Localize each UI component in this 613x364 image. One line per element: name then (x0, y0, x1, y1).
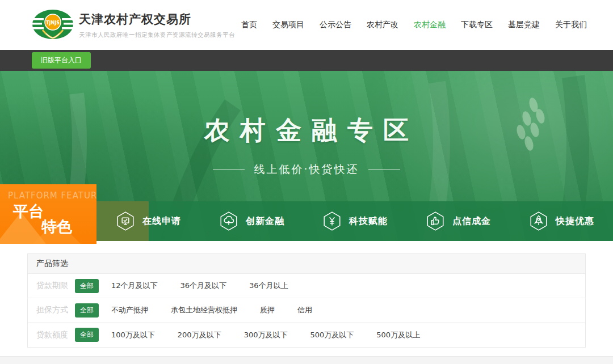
thumbs-up-icon (425, 211, 446, 231)
filter-option[interactable]: 信用 (297, 305, 312, 315)
nav-item-about[interactable]: 关于我们 (555, 20, 587, 30)
filter-row-label: 贷款额度 (36, 330, 75, 340)
site-header: TJNJS 天津农村产权交易所 天津市人民政府唯一指定集体资产资源流转交易服务平… (0, 0, 613, 50)
nav-item-announcements[interactable]: 公示公告 (320, 20, 351, 30)
filter-row-guarantee-type: 担保方式 全部 不动产抵押 承包土地经营权抵押 质押 信用 (28, 298, 585, 323)
filter-option[interactable]: 500万及以下 (310, 330, 354, 340)
filter-title: 产品筛选 (36, 259, 68, 269)
filter-option[interactable]: 500万及以上 (376, 330, 420, 340)
logo-monogram: TJNJS (46, 20, 60, 26)
filter-option[interactable]: 200万及以下 (178, 330, 221, 340)
filter-option[interactable]: 质押 (260, 305, 275, 315)
feature-label: 科技赋能 (349, 215, 388, 227)
site-title: 天津农村产权交易所 (79, 11, 235, 27)
cloud-arrow-icon (219, 211, 239, 231)
feature-strip: 在线申请 创新金融 科技赋能 (96, 201, 613, 241)
filter-option[interactable]: 12个月及以下 (111, 281, 158, 291)
feature-label: 在线申请 (142, 215, 181, 227)
product-filter-card: 产品筛选 贷款期限 全部 12个月及以下 36个月及以下 36个月以上 担保方式… (27, 253, 586, 348)
filter-section: 产品筛选 贷款期限 全部 12个月及以下 36个月及以下 36个月以上 担保方式… (0, 241, 613, 348)
brand[interactable]: TJNJS 天津农村产权交易所 天津市人民政府唯一指定集体资产资源流转交易服务平… (31, 9, 235, 41)
secondary-bar: 旧版平台入口 (0, 50, 613, 71)
main-nav: 首页 交易项目 公示公告 农村产改 农村金融 下载专区 基层党建 关于我们 (241, 0, 587, 50)
filter-row-loan-term: 贷款期限 全部 12个月及以下 36个月及以下 36个月以上 (28, 274, 585, 298)
filter-card-header: 产品筛选 (28, 254, 585, 274)
hero-title: 农村金融专区 (0, 113, 613, 147)
yen-icon (322, 211, 342, 231)
filter-row-label: 贷款期限 (36, 281, 75, 291)
nav-item-home[interactable]: 首页 (241, 20, 257, 30)
ribbon-cn-line2: 特色 (41, 217, 72, 237)
filter-option[interactable]: 承包土地经营权抵押 (171, 305, 237, 315)
filter-all-badge[interactable]: 全部 (75, 328, 99, 342)
subtitle-right-rule (368, 170, 400, 170)
ribbon-cn-line1: 平台 (13, 201, 44, 222)
feature-online-apply[interactable]: 在线申请 (96, 201, 200, 241)
monitor-check-icon (115, 211, 136, 231)
filter-all-badge[interactable]: 全部 (75, 279, 99, 293)
filter-row-loan-amount: 贷款额度 全部 100万及以下 200万及以下 300万及以下 500万及以下 … (28, 323, 585, 347)
hero-subtitle: 线上低价·快贷快还 (254, 162, 359, 177)
subtitle-left-rule (213, 170, 245, 170)
nav-item-party-building[interactable]: 基层党建 (508, 20, 540, 30)
filter-row-label: 担保方式 (36, 305, 75, 315)
old-platform-button[interactable]: 旧版平台入口 (32, 52, 91, 69)
feature-credit-to-gold[interactable]: 点信成金 (406, 201, 510, 241)
feature-fast-discount[interactable]: 快捷优惠 (510, 201, 613, 241)
nav-item-rural-reform[interactable]: 农村产改 (367, 20, 398, 30)
site-subtitle: 天津市人民政府唯一指定集体资产资源流转交易服务平台 (79, 31, 235, 39)
hero-banner: 农村金融专区 线上低价·快贷快还 PLATFORM FEATURES 平台 特色… (0, 71, 613, 241)
nav-item-projects[interactable]: 交易项目 (272, 20, 304, 30)
nav-item-downloads[interactable]: 下载专区 (461, 20, 493, 30)
feature-label: 创新金融 (246, 215, 284, 227)
feature-label: 快捷优惠 (556, 215, 594, 227)
feature-innovative-finance[interactable]: 创新金融 (200, 201, 303, 241)
rocket-icon (528, 211, 549, 231)
filter-option[interactable]: 100万及以下 (111, 330, 155, 340)
feature-label: 点信成金 (452, 215, 491, 227)
nav-item-rural-finance[interactable]: 农村金融 (414, 20, 446, 30)
filter-option[interactable]: 36个月以上 (249, 281, 288, 291)
filter-all-badge[interactable]: 全部 (75, 303, 99, 318)
filter-option[interactable]: 不动产抵押 (111, 305, 148, 315)
ribbon-english-label: PLATFORM FEATURES (8, 191, 96, 201)
feature-tech-empowerment[interactable]: 科技赋能 (303, 201, 406, 241)
filter-option[interactable]: 300万及以下 (244, 330, 288, 340)
footer-strip (0, 356, 613, 364)
exchange-logo-icon: TJNJS (31, 9, 74, 41)
platform-features-ribbon: PLATFORM FEATURES 平台 特色 (0, 184, 96, 244)
filter-option[interactable]: 36个月及以下 (180, 281, 227, 291)
